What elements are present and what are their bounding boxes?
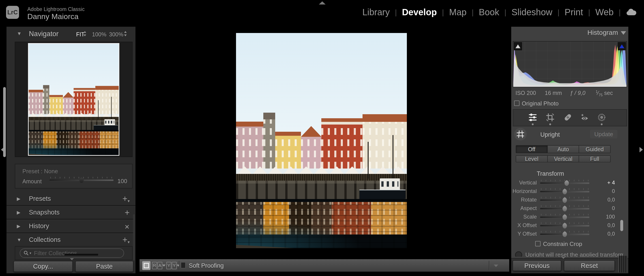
red-eye-tool-icon[interactable] [580, 112, 590, 122]
lightroom-window: LrC Adobe Lightroom Classic Danny Maiorc… [0, 0, 644, 276]
shadow-clip-triangle-icon [516, 44, 520, 48]
crop-overlay-tool-icon[interactable] [545, 112, 555, 122]
right-panel-collapse-icon[interactable] [640, 147, 643, 152]
right-scrollbar-thumb[interactable] [620, 220, 623, 231]
slider-vertical[interactable] [540, 180, 589, 186]
boat-windows [381, 181, 398, 187]
slider-scale[interactable] [540, 214, 589, 220]
upright-auto-button[interactable]: Auto [547, 146, 579, 153]
slider-track-aspect[interactable] [540, 208, 589, 209]
collapse-triangle-icon[interactable]: ▼ [17, 237, 22, 243]
before-after-lr-button[interactable]: R A [152, 262, 162, 269]
add-icon[interactable]: +▾ [122, 235, 130, 244]
previous-button[interactable]: Previous [512, 260, 561, 271]
upright-full-button[interactable]: Full [578, 156, 610, 162]
module-slideshow[interactable]: Slideshow [512, 7, 552, 17]
before-after-lr-chevron-icon[interactable] [162, 264, 166, 266]
amount-value[interactable]: 100 [118, 178, 127, 185]
slider-value-y-offset[interactable]: 0,0 [594, 231, 615, 237]
navigator-collapse-triangle-icon[interactable]: ▼ [17, 31, 22, 37]
highlight-clipping-indicator[interactable] [618, 42, 626, 50]
filter-collections-input[interactable]: ▾ Filter Collections [20, 248, 124, 258]
slider-track-vertical[interactable] [540, 182, 589, 184]
loupe-view-button[interactable] [142, 261, 150, 270]
cloud-sync-icon[interactable] [626, 9, 636, 16]
module-library[interactable]: Library [362, 7, 390, 17]
module-separator: | [472, 8, 474, 17]
transform-panel-icon[interactable] [514, 128, 527, 141]
reset-button[interactable]: Reset [564, 260, 615, 271]
expand-triangle-icon[interactable]: ▶ [17, 196, 20, 202]
histogram-box[interactable] [513, 41, 627, 87]
zoom-300-button[interactable]: 300% [109, 31, 124, 38]
navigator-thumbnail[interactable] [28, 43, 119, 156]
soft-proofing-checkbox[interactable] [181, 262, 186, 268]
slider-horizontal[interactable] [540, 188, 589, 194]
zoom-fit-stepper-icon[interactable] [83, 31, 86, 37]
clear-history-icon[interactable]: ✕ [124, 222, 130, 230]
search-options-chevron-icon[interactable]: ▾ [30, 251, 31, 255]
paste-button[interactable]: Paste [75, 261, 134, 272]
slider-rotate[interactable] [540, 197, 589, 203]
upright-vertical-button[interactable]: Vertical [547, 156, 579, 162]
slider-x-offset[interactable] [540, 222, 589, 228]
amount-slider[interactable] [50, 177, 114, 183]
expand-triangle-icon[interactable]: ▶ [17, 223, 20, 229]
expand-triangle-icon[interactable]: ▶ [17, 210, 20, 215]
slider-value-scale[interactable]: 100 [594, 214, 615, 220]
basic-adjustments-tool-icon[interactable] [528, 112, 538, 122]
original-photo-checkbox[interactable] [514, 100, 520, 106]
add-icon[interactable]: + [125, 208, 130, 217]
slider-track-rotate[interactable] [540, 199, 589, 201]
slider-y-offset[interactable] [540, 231, 589, 237]
slider-value-horizontal[interactable]: 0 [594, 188, 615, 194]
module-web[interactable]: Web [596, 7, 614, 17]
facade [43, 89, 49, 114]
upright-update-button[interactable]: Update [590, 130, 617, 139]
slider-track-scale[interactable] [540, 217, 589, 218]
add-icon[interactable]: +▾ [122, 194, 130, 203]
slider-value-x-offset[interactable]: 0,0 [594, 222, 615, 228]
zoom-100-button[interactable]: 100% [92, 31, 106, 38]
umbrella [102, 113, 110, 117]
shadow-clipping-indicator[interactable] [514, 42, 522, 50]
left-panel-scroll-grip[interactable] [133, 214, 136, 260]
right-panel-end-triangle-icon[interactable] [562, 257, 565, 259]
before-after-tb-button[interactable]: Y Y [166, 262, 177, 269]
healing-brush-tool-icon[interactable] [563, 112, 573, 122]
panel-section-snapshots[interactable]: ▶Snapshots+ [6, 206, 136, 219]
slider-ticks [541, 180, 588, 181]
exif-shutter-speed: 1⁄75 sec [596, 90, 613, 97]
panel-section-history[interactable]: ▶History✕ [6, 220, 136, 232]
module-separator: | [442, 8, 444, 17]
left-panel-end-triangle-icon[interactable] [70, 258, 74, 260]
panel-section-collections[interactable]: ▼Collections+▾ [6, 233, 136, 246]
slider-value-aspect[interactable]: 0 [594, 205, 615, 211]
building [362, 114, 407, 169]
module-print[interactable]: Print [565, 7, 583, 17]
constrain-crop-checkbox[interactable] [535, 241, 540, 246]
slider-track-y-offset[interactable] [540, 234, 589, 235]
upright-off-button[interactable]: Off [516, 146, 547, 153]
slider-value-vertical[interactable]: + 4 [594, 180, 615, 186]
masking-tool-icon[interactable] [597, 112, 606, 122]
top-panel-collapse-icon[interactable] [319, 1, 326, 5]
slider-aspect[interactable] [540, 205, 589, 211]
copy-button[interactable]: Copy... [14, 261, 73, 272]
slider-value-rotate[interactable]: 0,0 [594, 197, 615, 203]
slider-track-x-offset[interactable] [540, 225, 589, 226]
amount-slider-track[interactable] [50, 180, 114, 181]
zoom-level-stepper-icon[interactable] [124, 31, 127, 37]
toolbar-options-chevron-icon[interactable] [494, 264, 498, 267]
module-develop[interactable]: Develop [402, 7, 437, 17]
module-book[interactable]: Book [479, 7, 499, 17]
right-panel-scroll-grip[interactable] [618, 256, 628, 272]
histogram-collapse-triangle-icon[interactable] [621, 31, 626, 35]
upright-guided-button[interactable]: Guided [578, 146, 610, 153]
slider-track-horizontal[interactable] [540, 191, 589, 192]
left-scrollbar-thumb[interactable] [3, 87, 6, 157]
upright-level-button[interactable]: Level [516, 156, 547, 162]
module-map[interactable]: Map [449, 7, 467, 17]
roof [29, 90, 43, 92]
panel-section-presets[interactable]: ▶Presets+▾ [6, 192, 136, 205]
